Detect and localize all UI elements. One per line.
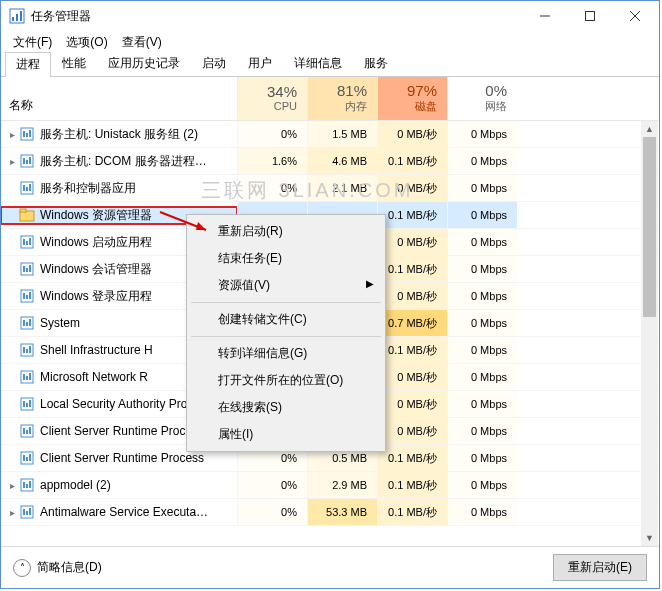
process-icon: [19, 396, 35, 412]
app-icon: [9, 8, 25, 24]
svg-rect-18: [26, 187, 28, 191]
svg-rect-33: [29, 292, 31, 299]
cpu-cell: 0%: [237, 499, 307, 525]
tab-startup[interactable]: 启动: [191, 51, 237, 76]
network-cell: 0 Mbps: [447, 418, 517, 444]
process-name: Windows 启动应用程: [40, 234, 152, 251]
disk-cell: 0 MB/秒: [377, 364, 447, 390]
titlebar[interactable]: 任务管理器: [1, 1, 659, 31]
network-cell: 0 Mbps: [447, 256, 517, 282]
tab-app-history[interactable]: 应用历史记录: [97, 51, 191, 76]
menu-view[interactable]: 查看(V): [116, 32, 168, 53]
table-row[interactable]: ▸Antimalware Service Executa…0%53.3 MB0.…: [1, 499, 659, 526]
process-name: Client Server Runtime Process: [40, 424, 204, 438]
process-name: 服务主机: DCOM 服务器进程…: [40, 153, 207, 170]
menu-item[interactable]: 重新启动(R): [190, 218, 382, 245]
network-cell: 0 Mbps: [447, 499, 517, 525]
minimize-button[interactable]: [522, 2, 567, 30]
process-name-cell: ▸appmodel (2): [1, 477, 237, 493]
menu-item[interactable]: 创建转储文件(C): [190, 306, 382, 333]
svg-rect-57: [29, 454, 31, 461]
col-name[interactable]: 名称: [1, 77, 237, 120]
tab-performance[interactable]: 性能: [51, 51, 97, 76]
expand-icon[interactable]: ▸: [5, 156, 19, 167]
process-icon: [19, 207, 35, 223]
svg-rect-15: [29, 157, 31, 164]
cpu-cell: 0%: [237, 121, 307, 147]
disk-cell: 0 MB/秒: [377, 175, 447, 201]
menu-options[interactable]: 选项(O): [60, 32, 113, 53]
menu-item[interactable]: 打开文件所在的位置(O): [190, 367, 382, 394]
tab-services[interactable]: 服务: [353, 51, 399, 76]
process-icon: [19, 126, 35, 142]
svg-rect-47: [23, 401, 25, 407]
network-cell: 0 Mbps: [447, 364, 517, 390]
menu-item[interactable]: 转到详细信息(G): [190, 340, 382, 367]
process-name-cell: Client Server Runtime Process: [1, 450, 237, 466]
svg-rect-49: [29, 400, 31, 407]
menu-item[interactable]: 在线搜索(S): [190, 394, 382, 421]
scroll-thumb[interactable]: [643, 137, 656, 317]
network-cell: 0 Mbps: [447, 472, 517, 498]
vertical-scrollbar[interactable]: ▲ ▼: [641, 121, 658, 546]
memory-cell: 2.9 MB: [307, 472, 377, 498]
svg-rect-64: [26, 511, 28, 515]
network-cell: 0 Mbps: [447, 202, 517, 228]
disk-cell: 0.1 MB/秒: [377, 148, 447, 174]
col-memory[interactable]: 81%内存: [307, 77, 377, 120]
close-button[interactable]: [612, 2, 657, 30]
svg-rect-27: [23, 266, 25, 272]
svg-rect-1: [12, 17, 14, 21]
process-icon: [19, 477, 35, 493]
column-headers: 名称 34%CPU 81%内存 97%磁盘 0%网络: [1, 77, 659, 121]
cpu-cell: 0%: [237, 175, 307, 201]
process-name: 服务主机: Unistack 服务组 (2): [40, 126, 198, 143]
svg-rect-41: [29, 346, 31, 353]
menu-separator: [191, 336, 381, 337]
table-row[interactable]: ▸服务主机: Unistack 服务组 (2)0%1.5 MB0 MB/秒0 M…: [1, 121, 659, 148]
svg-rect-61: [29, 481, 31, 488]
menu-file[interactable]: 文件(F): [7, 32, 58, 53]
svg-rect-48: [26, 403, 28, 407]
svg-rect-21: [20, 209, 26, 212]
menu-item[interactable]: 结束任务(E): [190, 245, 382, 272]
cpu-cell: 1.6%: [237, 148, 307, 174]
fewer-details-button[interactable]: ˄ 简略信息(D): [13, 559, 102, 577]
process-icon: [19, 180, 35, 196]
table-row[interactable]: ▸服务主机: DCOM 服务器进程…1.6%4.6 MB0.1 MB/秒0 Mb…: [1, 148, 659, 175]
table-row[interactable]: ▸appmodel (2)0%2.9 MB0.1 MB/秒0 Mbps: [1, 472, 659, 499]
memory-cell: 53.3 MB: [307, 499, 377, 525]
menu-item[interactable]: 属性(I): [190, 421, 382, 448]
network-cell: 0 Mbps: [447, 148, 517, 174]
maximize-button[interactable]: [567, 2, 612, 30]
expand-icon[interactable]: ▸: [5, 507, 19, 518]
svg-rect-32: [26, 295, 28, 299]
col-network[interactable]: 0%网络: [447, 77, 517, 120]
memory-cell: 2.1 MB: [307, 175, 377, 201]
svg-rect-23: [23, 239, 25, 245]
network-cell: 0 Mbps: [447, 391, 517, 417]
process-name: Windows 会话管理器: [40, 261, 152, 278]
disk-cell: 0.1 MB/秒: [377, 337, 447, 363]
expand-icon[interactable]: ▸: [5, 480, 19, 491]
process-name: Windows 资源管理器: [40, 207, 152, 224]
scroll-up-icon[interactable]: ▲: [641, 121, 658, 137]
disk-cell: 0.1 MB/秒: [377, 499, 447, 525]
tab-details[interactable]: 详细信息: [283, 51, 353, 76]
col-disk[interactable]: 97%磁盘: [377, 77, 447, 120]
tab-processes[interactable]: 进程: [5, 52, 51, 77]
scroll-down-icon[interactable]: ▼: [641, 530, 658, 546]
restart-button[interactable]: 重新启动(E): [553, 554, 647, 581]
disk-cell: 0.7 MB/秒: [377, 310, 447, 336]
process-name: appmodel (2): [40, 478, 111, 492]
process-name: Windows 登录应用程: [40, 288, 152, 305]
table-row[interactable]: 服务和控制器应用0%2.1 MB0 MB/秒0 Mbps: [1, 175, 659, 202]
col-cpu[interactable]: 34%CPU: [237, 77, 307, 120]
network-cell: 0 Mbps: [447, 229, 517, 255]
expand-icon[interactable]: ▸: [5, 129, 19, 140]
tab-users[interactable]: 用户: [237, 51, 283, 76]
svg-rect-13: [23, 158, 25, 164]
menu-item[interactable]: 资源值(V)▶: [190, 272, 382, 299]
process-icon: [19, 234, 35, 250]
menubar: 文件(F) 选项(O) 查看(V): [1, 31, 659, 53]
